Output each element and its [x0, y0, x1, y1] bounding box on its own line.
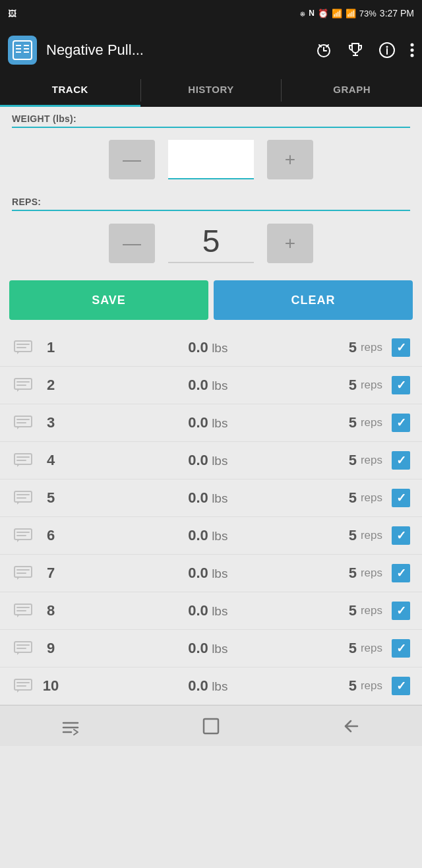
weight-value: 0.0: [188, 640, 208, 656]
weight-unit: lbs: [212, 529, 227, 543]
square-nav-button[interactable]: [191, 712, 231, 741]
svg-rect-29: [15, 454, 32, 464]
weight-value: 0.0: [188, 377, 208, 393]
comment-svg: [14, 416, 32, 430]
weight-value: 0.0: [188, 339, 208, 356]
reps-label: reps: [361, 529, 382, 542]
svg-rect-44: [15, 642, 32, 652]
set-reps: 5 reps: [349, 338, 410, 357]
time-display: 3:27 PM: [380, 8, 414, 18]
clear-button[interactable]: CLEAR: [214, 280, 413, 320]
comment-icon: [12, 527, 34, 544]
reps-label: reps: [361, 491, 382, 505]
set-checkbox[interactable]: [392, 414, 410, 432]
set-list: 1 0.0 lbs 5 reps 2 0.0: [0, 329, 422, 705]
reps-increase-button[interactable]: +: [267, 224, 313, 263]
tab-track[interactable]: TRACK: [0, 74, 140, 107]
set-row[interactable]: 2 0.0 lbs 5 reps: [0, 367, 422, 404]
set-number: 4: [34, 452, 67, 469]
set-weight: 0.0 lbs: [67, 452, 349, 469]
set-number: 10: [34, 677, 67, 695]
set-reps: 5 reps: [349, 526, 410, 545]
back-nav-button[interactable]: [332, 712, 371, 741]
svg-rect-3: [16, 51, 21, 53]
set-checkbox[interactable]: [392, 376, 410, 394]
set-row[interactable]: 1 0.0 lbs 5 reps: [0, 329, 422, 367]
svg-rect-26: [15, 416, 32, 427]
reps-decrease-button[interactable]: —: [109, 224, 155, 263]
save-button[interactable]: SAVE: [9, 280, 208, 320]
reps-label: reps: [361, 379, 382, 392]
plus-reps-icon: +: [285, 233, 295, 254]
set-weight: 0.0 lbs: [67, 640, 349, 657]
comment-icon: [12, 377, 34, 394]
set-reps: 5 reps: [349, 639, 410, 658]
minus-reps-icon: —: [123, 233, 141, 254]
set-row[interactable]: 8 0.0 lbs 5 reps: [0, 592, 422, 630]
set-weight: 0.0 lbs: [67, 677, 349, 695]
comment-svg: [14, 566, 32, 580]
set-checkbox[interactable]: [392, 489, 410, 507]
set-checkbox[interactable]: [392, 564, 410, 582]
status-bar: 🖼 ⎈ N ⏰ 📶 📶 73% 3:27 PM: [0, 0, 422, 26]
svg-rect-32: [15, 491, 32, 502]
photo-icon: 🖼: [8, 9, 16, 18]
trophy-button[interactable]: [347, 42, 364, 59]
weight-value: 0.0: [188, 489, 208, 506]
weight-section: WEIGHT (lbs): — +: [0, 107, 422, 190]
reps-input[interactable]: [168, 223, 254, 263]
tab-history[interactable]: HISTORY: [141, 74, 282, 107]
toolbar-title: Negative Pull...: [46, 42, 306, 59]
comment-icon: [12, 677, 34, 695]
info-button[interactable]: [378, 42, 396, 59]
set-row[interactable]: 5 0.0 lbs 5 reps: [0, 480, 422, 517]
svg-rect-0: [13, 41, 32, 59]
toolbar-icons: [315, 42, 414, 59]
set-checkbox[interactable]: [392, 639, 410, 658]
weight-increase-button[interactable]: +: [267, 140, 313, 179]
reps-value: 5: [349, 452, 357, 469]
weight-unit: lbs: [212, 416, 227, 430]
comment-icon: [12, 452, 34, 469]
reps-value: 5: [349, 640, 357, 657]
set-row[interactable]: 4 0.0 lbs 5 reps: [0, 442, 422, 480]
reps-label: reps: [361, 679, 382, 693]
content-area: WEIGHT (lbs): — + REPS: — + SAVE CLE: [0, 107, 422, 705]
comment-svg: [14, 641, 32, 656]
set-checkbox[interactable]: [392, 526, 410, 545]
set-row[interactable]: 3 0.0 lbs 5 reps: [0, 404, 422, 442]
comment-icon: [12, 489, 34, 507]
set-checkbox[interactable]: [392, 451, 410, 470]
svg-rect-53: [204, 719, 218, 733]
set-weight: 0.0 lbs: [67, 414, 349, 431]
set-checkbox[interactable]: [392, 602, 410, 620]
weight-divider: [12, 127, 410, 128]
more-menu-button[interactable]: [410, 42, 414, 59]
set-weight: 0.0 lbs: [67, 527, 349, 544]
reps-value: 5: [349, 377, 357, 394]
set-number: 8: [34, 602, 67, 619]
weight-unit: lbs: [212, 454, 227, 468]
weight-unit: lbs: [212, 491, 227, 505]
svg-rect-5: [24, 48, 29, 49]
set-row[interactable]: 7 0.0 lbs 5 reps: [0, 555, 422, 592]
svg-point-17: [411, 44, 414, 47]
set-row[interactable]: 6 0.0 lbs 5 reps: [0, 517, 422, 555]
weight-input[interactable]: [168, 140, 254, 179]
weight-unit: lbs: [212, 567, 227, 580]
set-row[interactable]: 9 0.0 lbs 5 reps: [0, 630, 422, 667]
set-checkbox[interactable]: [392, 677, 410, 695]
set-checkbox[interactable]: [392, 338, 410, 357]
set-weight: 0.0 lbs: [67, 489, 349, 507]
set-number: 9: [34, 640, 67, 657]
tab-graph[interactable]: GRAPH: [282, 74, 422, 107]
weight-decrease-button[interactable]: —: [109, 140, 155, 179]
set-reps: 5 reps: [349, 677, 410, 695]
workout-nav-button[interactable]: [51, 712, 90, 741]
set-row[interactable]: 10 0.0 lbs 5 reps: [0, 667, 422, 705]
comment-svg: [14, 453, 32, 468]
set-reps: 5 reps: [349, 602, 410, 620]
alarm-button[interactable]: [315, 42, 332, 59]
reps-value: 5: [349, 527, 357, 544]
svg-rect-2: [16, 48, 21, 49]
